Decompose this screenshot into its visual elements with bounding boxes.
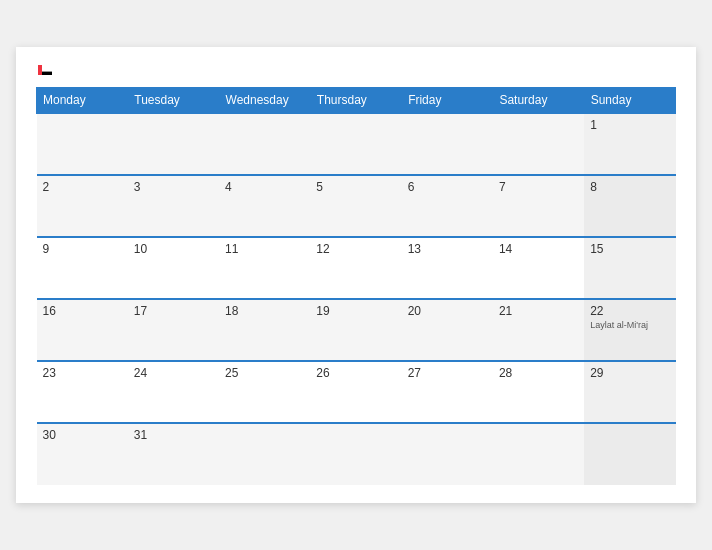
- calendar-cell: 8: [584, 175, 675, 237]
- calendar-grid: MondayTuesdayWednesdayThursdayFridaySatu…: [36, 87, 676, 485]
- day-number: 20: [408, 304, 487, 318]
- calendar-cell: 24: [128, 361, 219, 423]
- calendar-cell: 14: [493, 237, 584, 299]
- svg-rect-9: [42, 72, 52, 75]
- day-number: 30: [43, 428, 122, 442]
- calendar-cell: 7: [493, 175, 584, 237]
- svg-rect-8: [42, 68, 52, 71]
- day-number: 26: [316, 366, 395, 380]
- calendar-cell: [37, 113, 128, 175]
- calendar-cell: 23: [37, 361, 128, 423]
- day-number: 12: [316, 242, 395, 256]
- calendar-cell: 18: [219, 299, 310, 361]
- calendar-cell: [493, 113, 584, 175]
- weekday-header-row: MondayTuesdayWednesdayThursdayFridaySatu…: [37, 88, 676, 114]
- calendar-row-6: 3031: [37, 423, 676, 485]
- day-number: 3: [134, 180, 213, 194]
- weekday-header-monday: Monday: [37, 88, 128, 114]
- calendar-cell: 2: [37, 175, 128, 237]
- day-number: 19: [316, 304, 395, 318]
- day-number: 17: [134, 304, 213, 318]
- calendar-cell: [219, 113, 310, 175]
- day-number: 31: [134, 428, 213, 442]
- calendar-cell: 5: [310, 175, 401, 237]
- logo-blue-text: [36, 65, 52, 75]
- weekday-header-friday: Friday: [402, 88, 493, 114]
- day-number: 29: [590, 366, 669, 380]
- calendar-cell: 13: [402, 237, 493, 299]
- day-number: 10: [134, 242, 213, 256]
- weekday-header-thursday: Thursday: [310, 88, 401, 114]
- day-number: 13: [408, 242, 487, 256]
- day-number: 25: [225, 366, 304, 380]
- logo: [36, 65, 52, 75]
- day-number: 16: [43, 304, 122, 318]
- day-number: 11: [225, 242, 304, 256]
- calendar-cell: 28: [493, 361, 584, 423]
- calendar-cell: 31: [128, 423, 219, 485]
- calendar-cell: 11: [219, 237, 310, 299]
- day-number: 24: [134, 366, 213, 380]
- calendar-cell: [310, 423, 401, 485]
- calendar-cell: 21: [493, 299, 584, 361]
- calendar-row-2: 2345678: [37, 175, 676, 237]
- calendar-cell: 12: [310, 237, 401, 299]
- logo-flag-icon: [38, 65, 52, 75]
- day-number: 23: [43, 366, 122, 380]
- calendar-row-3: 9101112131415: [37, 237, 676, 299]
- calendar-cell: [128, 113, 219, 175]
- day-number: 9: [43, 242, 122, 256]
- weekday-header-wednesday: Wednesday: [219, 88, 310, 114]
- weekday-header-saturday: Saturday: [493, 88, 584, 114]
- calendar-cell: [493, 423, 584, 485]
- calendar-cell: 25: [219, 361, 310, 423]
- calendar-cell: [584, 423, 675, 485]
- day-number: 28: [499, 366, 578, 380]
- calendar-cell: 17: [128, 299, 219, 361]
- day-number: 2: [43, 180, 122, 194]
- day-number: 1: [590, 118, 669, 132]
- calendar-cell: [310, 113, 401, 175]
- calendar-cell: [402, 113, 493, 175]
- calendar-cell: [402, 423, 493, 485]
- day-number: 22: [590, 304, 669, 318]
- day-number: 7: [499, 180, 578, 194]
- weekday-header-sunday: Sunday: [584, 88, 675, 114]
- calendar-container: MondayTuesdayWednesdayThursdayFridaySatu…: [16, 47, 696, 503]
- calendar-cell: 22Laylat al-Mi'raj: [584, 299, 675, 361]
- day-number: 27: [408, 366, 487, 380]
- day-number: 21: [499, 304, 578, 318]
- svg-rect-7: [42, 65, 52, 68]
- calendar-cell: 19: [310, 299, 401, 361]
- day-number: 8: [590, 180, 669, 194]
- svg-rect-10: [38, 65, 42, 75]
- day-number: 14: [499, 242, 578, 256]
- calendar-cell: [219, 423, 310, 485]
- weekday-header-tuesday: Tuesday: [128, 88, 219, 114]
- calendar-cell: 1: [584, 113, 675, 175]
- day-number: 5: [316, 180, 395, 194]
- calendar-cell: 3: [128, 175, 219, 237]
- calendar-cell: 27: [402, 361, 493, 423]
- calendar-cell: 29: [584, 361, 675, 423]
- day-event: Laylat al-Mi'raj: [590, 320, 669, 331]
- calendar-row-5: 23242526272829: [37, 361, 676, 423]
- calendar-cell: 16: [37, 299, 128, 361]
- day-number: 4: [225, 180, 304, 194]
- calendar-header: [36, 65, 676, 75]
- day-number: 6: [408, 180, 487, 194]
- calendar-row-4: 16171819202122Laylat al-Mi'raj: [37, 299, 676, 361]
- day-number: 15: [590, 242, 669, 256]
- calendar-cell: 15: [584, 237, 675, 299]
- calendar-cell: 4: [219, 175, 310, 237]
- calendar-row-1: 1: [37, 113, 676, 175]
- calendar-cell: 10: [128, 237, 219, 299]
- calendar-cell: 30: [37, 423, 128, 485]
- day-number: 18: [225, 304, 304, 318]
- calendar-cell: 20: [402, 299, 493, 361]
- calendar-cell: 9: [37, 237, 128, 299]
- calendar-cell: 26: [310, 361, 401, 423]
- calendar-cell: 6: [402, 175, 493, 237]
